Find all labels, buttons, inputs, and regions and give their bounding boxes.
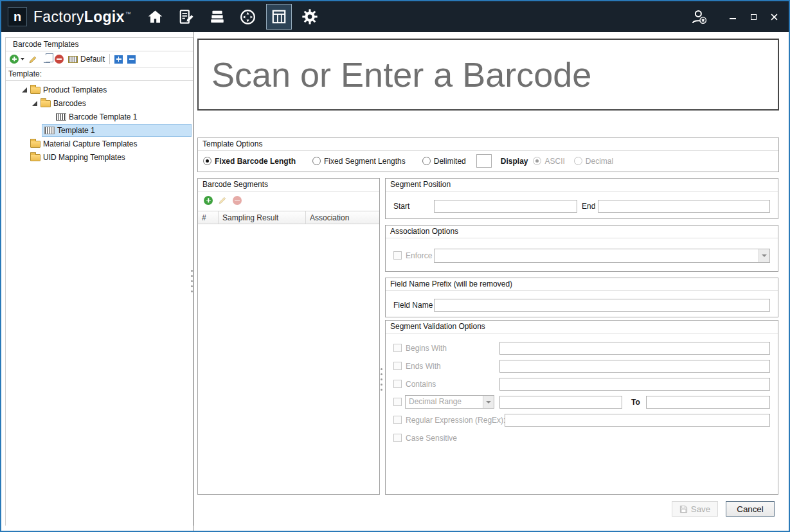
display-ascii-radio[interactable]	[533, 157, 541, 165]
segment-validation-group: Segment Validation Options Begins With E…	[385, 320, 778, 495]
save-button[interactable]: Save	[672, 501, 718, 517]
sidebar: Barcode Templates Default Template:	[1, 32, 194, 531]
delimiter-input[interactable]	[476, 154, 492, 168]
segments-table-header: # Sampling Result Association	[198, 211, 379, 224]
group-title: Barcode Segments	[198, 179, 379, 191]
tree-item-material-capture-templates[interactable]: Material Capture Templates	[6, 137, 193, 150]
close-icon	[771, 13, 778, 21]
field-name-prefix-group: Field Name Prefix (will be removed) Fiel…	[385, 278, 778, 317]
chevron-down-icon	[486, 401, 491, 403]
remove-template-button[interactable]	[55, 55, 64, 64]
remove-segment-button[interactable]	[233, 196, 242, 205]
production-clipboard-icon[interactable]	[174, 4, 199, 30]
range-checkbox[interactable]	[393, 398, 402, 406]
folder-icon	[30, 141, 40, 148]
minimize-button[interactable]	[724, 10, 741, 24]
pencil-icon	[29, 55, 37, 64]
regex-input[interactable]	[505, 414, 770, 427]
sidebar-title: Barcode Templates	[6, 38, 193, 51]
edit-segment-button[interactable]	[219, 196, 227, 204]
maximize-icon	[751, 14, 757, 20]
range-to-input[interactable]	[646, 396, 770, 409]
copy-template-button[interactable]	[42, 55, 50, 63]
case-sensitive-checkbox[interactable]	[393, 434, 402, 442]
main-nav	[143, 4, 323, 30]
minimize-icon	[730, 18, 736, 19]
app-brand: FactoryLogix™	[33, 8, 131, 26]
plus-circle-icon	[204, 196, 213, 205]
expand-all-button[interactable]	[114, 55, 123, 64]
panel-splitter[interactable]	[381, 368, 382, 391]
barcode-segments-panel: Barcode Segments # Sampling Result Assoc…	[197, 178, 380, 495]
regex-checkbox[interactable]	[393, 416, 402, 424]
contains-input[interactable]	[499, 378, 770, 391]
materials-stack-icon[interactable]	[204, 4, 230, 30]
default-template-chip[interactable]: Default	[68, 55, 105, 64]
floppy-disk-icon	[679, 505, 688, 513]
edit-template-button[interactable]	[29, 55, 37, 64]
collapse-toggle-icon[interactable]	[22, 87, 27, 93]
enforce-checkbox[interactable]	[393, 251, 402, 260]
contains-checkbox[interactable]	[393, 380, 402, 388]
barcode-icon	[44, 127, 55, 134]
enforce-association-select[interactable]	[434, 249, 770, 263]
start-input[interactable]	[434, 200, 577, 213]
field-name-input[interactable]	[434, 299, 770, 312]
barcode-scan-input[interactable]	[199, 40, 778, 109]
fixed-barcode-length-radio[interactable]	[203, 157, 211, 165]
group-title: Association Options	[386, 226, 778, 238]
dropdown-button[interactable]	[483, 396, 494, 408]
folder-icon	[40, 100, 51, 107]
add-template-button[interactable]	[10, 55, 24, 64]
tree-item-template-1[interactable]: Template 1	[6, 123, 193, 137]
ends-with-checkbox[interactable]	[393, 362, 402, 370]
main-panel: Template Options Fixed Barcode Length Fi…	[194, 32, 789, 531]
group-title: Template Options	[198, 138, 778, 151]
scan-box	[197, 39, 779, 111]
group-title: Segment Validation Options	[386, 321, 778, 333]
folder-icon	[30, 154, 40, 161]
tree-item-uid-mapping-templates[interactable]: UID Mapping Templates	[6, 150, 193, 164]
navigator-compass-icon[interactable]	[235, 4, 261, 30]
home-icon[interactable]	[143, 4, 168, 30]
templates-icon[interactable]	[266, 4, 292, 30]
range-from-input[interactable]	[499, 396, 622, 409]
delimited-radio[interactable]	[422, 157, 431, 165]
minus-circle-icon	[55, 55, 64, 64]
plus-circle-icon	[10, 55, 19, 64]
begins-with-checkbox[interactable]	[393, 344, 402, 352]
tree-item-barcodes[interactable]: Barcodes	[6, 96, 193, 110]
template-section-label: Template:	[6, 67, 193, 81]
group-title: Field Name Prefix (will be removed)	[386, 278, 778, 291]
end-input[interactable]	[598, 200, 770, 213]
maximize-button[interactable]	[745, 10, 762, 24]
range-type-select[interactable]: Decimal Range	[405, 395, 494, 409]
add-segment-button[interactable]	[204, 196, 213, 205]
tree-item-product-templates[interactable]: Product Templates	[6, 83, 193, 96]
dropdown-arrow-icon	[21, 58, 24, 60]
barcode-templates-panel: Barcode Templates Default Template:	[5, 37, 193, 526]
display-decimal-radio[interactable]	[574, 157, 582, 165]
titlebar: n FactoryLogix™	[1, 1, 789, 32]
user-logout-icon[interactable]	[690, 8, 708, 26]
ends-with-input[interactable]	[499, 360, 770, 373]
collapse-all-button[interactable]	[127, 55, 136, 64]
sidebar-toolbar: Default	[6, 51, 193, 67]
close-button[interactable]	[766, 10, 782, 24]
fixed-segment-lengths-radio[interactable]	[312, 157, 321, 165]
template-options-group: Template Options Fixed Barcode Length Fi…	[197, 137, 779, 172]
settings-gear-icon[interactable]	[297, 4, 323, 30]
sidebar-splitter[interactable]	[191, 270, 193, 292]
copy-icon	[44, 55, 50, 63]
cancel-button[interactable]: Cancel	[726, 501, 775, 517]
segment-position-group: Segment Position Start End	[385, 178, 778, 219]
tree-item-barcode-template-1[interactable]: Barcode Template 1	[6, 110, 193, 123]
group-title: Segment Position	[386, 179, 778, 191]
app-window: n FactoryLogix™ Barcode Templates	[0, 0, 790, 532]
begins-with-input[interactable]	[499, 342, 770, 355]
folder-icon	[30, 87, 40, 94]
dropdown-button[interactable]	[759, 249, 769, 262]
association-options-group: Association Options Enforce	[385, 225, 778, 272]
pencil-icon	[219, 196, 227, 204]
collapse-toggle-icon[interactable]	[32, 101, 37, 106]
